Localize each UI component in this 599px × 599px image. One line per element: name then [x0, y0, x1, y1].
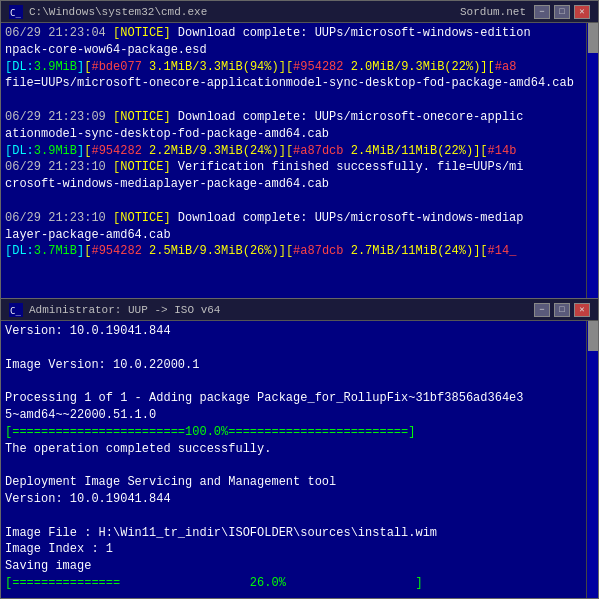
close-button-bottom[interactable]: ✕	[574, 303, 590, 317]
close-button-top[interactable]: ✕	[574, 5, 590, 19]
scrollbar-thumb-bottom	[588, 321, 598, 351]
terminal-output-bottom: Version: 10.0.19041.844 Image Version: 1…	[1, 321, 586, 598]
titlebar-bottom: C_ Administrator: UUP -> ISO v64 − □ ✕	[1, 299, 598, 321]
titlebar-brand-top: Sordum.net	[460, 6, 526, 18]
terminal-output-top: 06/29 21:23:04 [NOTICE] Download complet…	[1, 23, 586, 299]
minimize-button-bottom[interactable]: −	[534, 303, 550, 317]
svg-text:C_: C_	[10, 8, 21, 18]
cmd-window-top: C_ C:\Windows\system32\cmd.exe Sordum.ne…	[0, 0, 599, 300]
minimize-button-top[interactable]: −	[534, 5, 550, 19]
titlebar-buttons-bottom: − □ ✕	[534, 303, 590, 317]
cmd-icon-bottom: C_	[9, 303, 23, 317]
maximize-button-bottom[interactable]: □	[554, 303, 570, 317]
titlebar-title-top: C:\Windows\system32\cmd.exe	[29, 6, 452, 18]
svg-text:C_: C_	[10, 306, 21, 316]
titlebar-top: C_ C:\Windows\system32\cmd.exe Sordum.ne…	[1, 1, 598, 23]
titlebar-title-bottom: Administrator: UUP -> ISO v64	[29, 304, 526, 316]
titlebar-buttons-top: − □ ✕	[534, 5, 590, 19]
cmd-icon-top: C_	[9, 5, 23, 19]
maximize-button-top[interactable]: □	[554, 5, 570, 19]
cmd-window-bottom: C_ Administrator: UUP -> ISO v64 − □ ✕ V…	[0, 298, 599, 599]
scrollbar-bottom[interactable]	[586, 321, 598, 598]
scrollbar-thumb-top	[588, 23, 598, 53]
scrollbar-top[interactable]	[586, 23, 598, 299]
